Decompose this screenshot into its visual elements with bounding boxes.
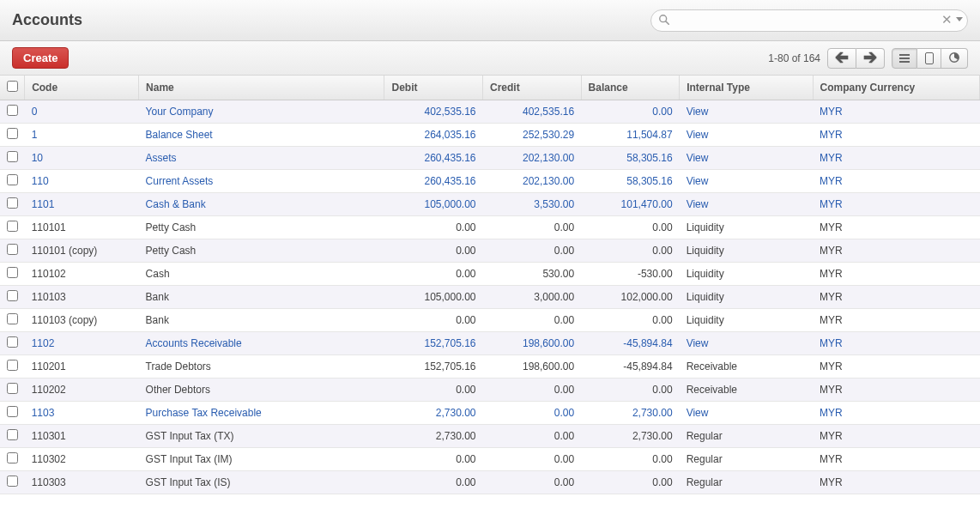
cell-currency: MYR [813,355,979,379]
cell-code[interactable]: 1103 [25,402,139,425]
arrow-right-icon: 🡲 [863,51,877,65]
search-input[interactable] [650,9,968,32]
row-checkbox[interactable] [7,174,18,185]
table-row[interactable]: 1101Cash & Bank105,000.003,530.00101,470… [0,193,980,216]
cell-credit: 3,530.00 [483,193,582,216]
cell-code: 110201 [25,355,139,379]
cell-credit: 198,600.00 [483,355,582,379]
row-checkbox[interactable] [7,336,18,348]
row-checkbox[interactable] [7,244,18,255]
table-row[interactable]: 110202Other Debtors0.000.000.00Receivabl… [0,379,980,402]
cell-balance: 58,305.16 [581,170,680,193]
cell-credit: 0.00 [483,216,582,239]
row-checkbox[interactable] [7,406,18,417]
column-name[interactable]: Name [139,76,384,100]
cell-currency: MYR [813,170,979,193]
table-row[interactable]: 110303GST Input Tax (IS)0.000.000.00Regu… [0,471,980,494]
cell-currency: MYR [813,124,979,147]
cell-balance: -45,894.84 [581,355,680,379]
table-row[interactable]: 110201Trade Debtors152,705.16198,600.00-… [0,355,980,379]
table-row[interactable]: 110101 (copy)Petty Cash0.000.000.00Liqui… [0,239,980,263]
row-checkbox[interactable] [7,128,18,139]
clear-search-icon[interactable]: ✕ [941,12,953,27]
cell-debit: 0.00 [384,379,483,402]
cell-balance: 0.00 [581,471,680,494]
column-debit[interactable]: Debit [384,76,483,100]
table-row[interactable]: 110103 (copy)Bank0.000.000.00LiquidityMY… [0,309,980,332]
table-row[interactable]: 110302GST Input Tax (IM)0.000.000.00Regu… [0,448,980,471]
cell-internal-type: View [680,402,813,425]
table-row[interactable]: 110101Petty Cash0.000.000.00LiquidityMYR [0,216,980,239]
cell-internal-type: View [680,332,813,355]
table-scroll-area[interactable]: Code Name Debit Credit Balance Internal … [0,76,980,521]
row-checkbox[interactable] [7,151,18,162]
cell-code[interactable]: 1102 [25,332,139,355]
row-check-cell [0,402,25,425]
row-checkbox[interactable] [7,452,18,463]
cell-internal-type: Liquidity [680,309,813,332]
table-row[interactable]: 110Current Assets260,435.16202,130.0058,… [0,170,980,193]
cell-credit: 402,535.16 [483,100,582,124]
cell-internal-type: Regular [680,425,813,448]
row-checkbox[interactable] [7,429,18,440]
table-row[interactable]: 110102Cash0.00530.00-530.00LiquidityMYR [0,263,980,286]
cell-balance: -530.00 [581,263,680,286]
row-checkbox[interactable] [7,476,18,487]
next-page-button[interactable]: 🡲 [856,48,885,69]
table-row[interactable]: 1103Purchase Tax Receivable2,730.000.002… [0,402,980,425]
cell-name[interactable]: Assets [139,147,384,170]
table-row[interactable]: 1Balance Sheet264,035.16252,530.2911,504… [0,124,980,147]
select-all-checkbox[interactable] [7,81,18,92]
cell-code[interactable]: 0 [25,100,139,124]
row-checkbox[interactable] [7,197,18,209]
cell-name[interactable]: Cash & Bank [139,193,384,216]
cell-code[interactable]: 1 [25,124,139,147]
cell-name[interactable]: Purchase Tax Receivable [139,402,384,425]
row-checkbox[interactable] [7,290,18,301]
cell-currency: MYR [813,263,979,286]
kanban-view-button[interactable] [917,48,941,69]
cell-internal-type: Liquidity [680,216,813,239]
table-row[interactable]: 1102Accounts Receivable152,705.16198,600… [0,332,980,355]
graph-view-button[interactable] [941,48,968,69]
cell-internal-type: Receivable [680,379,813,402]
cell-code[interactable]: 10 [25,147,139,170]
cell-credit: 0.00 [483,402,582,425]
row-check-cell [0,193,25,216]
row-checkbox[interactable] [7,267,18,278]
cell-credit: 252,530.29 [483,124,582,147]
cell-debit: 260,435.16 [384,170,483,193]
column-internal-type[interactable]: Internal Type [680,76,813,100]
row-checkbox[interactable] [7,105,18,116]
cell-code[interactable]: 1101 [25,193,139,216]
cell-code: 110103 (copy) [25,309,139,332]
cell-debit: 0.00 [384,448,483,471]
row-checkbox[interactable] [7,313,18,324]
kanban-icon [925,52,934,64]
table-row[interactable]: 110301GST Input Tax (TX)2,730.000.002,73… [0,425,980,448]
row-checkbox[interactable] [7,360,18,371]
row-check-cell [0,425,25,448]
create-button[interactable]: Create [12,47,69,69]
row-check-cell [0,170,25,193]
prev-page-button[interactable]: 🡰 [827,48,856,69]
cell-code[interactable]: 110 [25,170,139,193]
list-view-button[interactable] [892,48,917,69]
cell-name[interactable]: Accounts Receivable [139,332,384,355]
column-balance[interactable]: Balance [581,76,680,100]
row-checkbox[interactable] [7,383,18,394]
table-row[interactable]: 10Assets260,435.16202,130.0058,305.16Vie… [0,147,980,170]
cell-name[interactable]: Balance Sheet [139,124,384,147]
column-code[interactable]: Code [25,76,139,100]
search-dropdown-icon[interactable] [956,17,963,21]
row-checkbox[interactable] [7,221,18,232]
table-header-row: Code Name Debit Credit Balance Internal … [0,76,980,100]
table-row[interactable]: 110103Bank105,000.003,000.00102,000.00Li… [0,286,980,309]
cell-name[interactable]: Your Company [139,100,384,124]
row-check-cell [0,379,25,402]
column-credit[interactable]: Credit [483,76,582,100]
cell-credit: 0.00 [483,379,582,402]
column-currency[interactable]: Company Currency [813,76,979,100]
table-row[interactable]: 0Your Company402,535.16402,535.160.00Vie… [0,100,980,124]
cell-name[interactable]: Current Assets [139,170,384,193]
